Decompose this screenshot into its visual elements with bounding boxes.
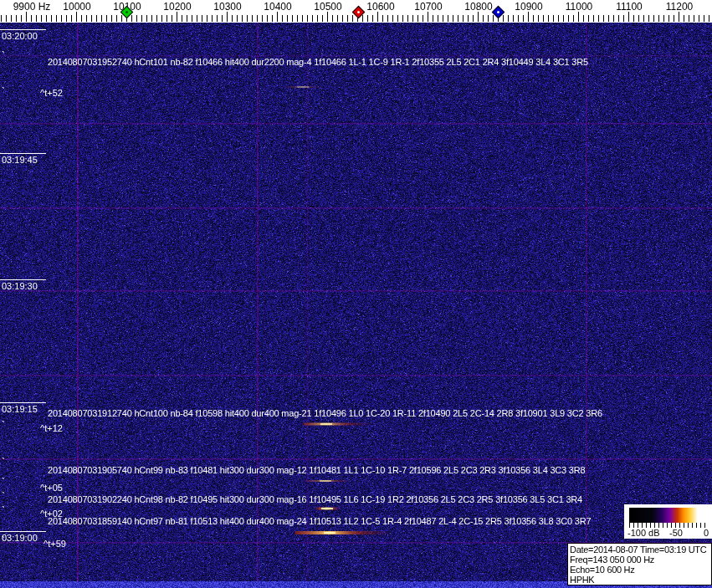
scale-mid-label: -50 (669, 528, 683, 538)
edge-tick-mark: ` (2, 538, 5, 545)
freq-tick-label: 10200 (163, 1, 191, 13)
time-tick-line (0, 279, 46, 280)
scale-max-label: 0 (704, 528, 709, 538)
status-info-box: Date=2014-08-07 Time=03:19 UTC Freq=143 … (567, 543, 712, 585)
info-echo: Echo=10 600 Hz (570, 565, 709, 575)
time-offset-marker: ^t+52 (40, 88, 63, 98)
red-marker-dot (356, 10, 360, 13)
freq-tick-label: 10500 (314, 1, 341, 13)
freq-tick-label: 10300 (213, 1, 241, 13)
freq-tick-label: 11000 (566, 1, 592, 13)
green-marker-dot (125, 10, 128, 13)
edge-tick-mark: ` (2, 508, 5, 514)
freq-tick-label: 10800 (464, 1, 492, 13)
db-color-scale: -100 dB -50 0 (624, 504, 712, 539)
detection-log-line: 20140807031912740 hCnt100 nb-84 f10598 h… (48, 408, 602, 418)
time-offset-marker: ^t+02 (40, 509, 63, 519)
time-tick-line (0, 402, 46, 403)
time-label: 03:19:45 (2, 155, 38, 165)
freq-tick-label: 11200 (666, 1, 693, 13)
time-tick-line (0, 153, 46, 154)
blue-marker-dot (496, 10, 499, 13)
scale-min-label: -100 dB (627, 528, 660, 538)
detection-log-line: 20140807031902240 hCnt98 nb-82 f10495 hi… (48, 494, 582, 504)
info-date-time: Date=2014-08-07 Time=03:19 UTC (570, 545, 709, 555)
detection-log-line: 20140807031952740 hCnt101 nb-82 f10466 h… (48, 57, 588, 67)
info-station-id: HPHK (570, 575, 709, 585)
edge-tick-mark: ` (2, 479, 5, 486)
time-label: 03:20:00 (2, 31, 38, 41)
color-gradient-bar (629, 508, 707, 523)
edge-tick-mark: ` (2, 493, 5, 500)
time-offset-marker: ^t+59 (44, 539, 66, 549)
time-label: 03:19:00 (2, 533, 38, 543)
time-tick-line (0, 531, 46, 532)
freq-tick-label: 10600 (366, 1, 394, 13)
color-scale-labels: -100 dB -50 0 (624, 528, 712, 539)
edge-tick-mark: ` (2, 89, 5, 95)
freq-tick-label: 10400 (264, 1, 291, 13)
time-tick-line (0, 29, 46, 30)
edge-tick-mark: ` (2, 53, 5, 59)
freq-tick-label: 9900 Hz (13, 1, 51, 13)
detection-log-line: 20140807031859140 hCnt97 nb-81 f10513 hi… (48, 516, 591, 526)
time-offset-marker: ^t+05 (40, 483, 63, 493)
edge-tick-mark: ` (2, 459, 5, 466)
edge-tick-mark: ` (2, 422, 5, 429)
freq-tick-label: 10900 (515, 1, 542, 13)
freq-tick-label: 10000 (63, 1, 90, 13)
freq-tick-label: 10700 (414, 1, 442, 13)
time-label: 03:19:15 (2, 404, 38, 414)
meteor-echo-spectrogram-window: 9900 Hz100001010010200103001040010500106… (0, 0, 712, 588)
info-frequency: Freq=143 050 000 Hz (570, 555, 709, 565)
freq-tick-label: 11100 (616, 1, 643, 13)
time-offset-marker: ^t+12 (40, 423, 63, 433)
time-label: 03:19:30 (2, 281, 38, 291)
detection-log-line: 20140807031905740 hCnt99 nb-83 f10481 hi… (48, 465, 585, 475)
